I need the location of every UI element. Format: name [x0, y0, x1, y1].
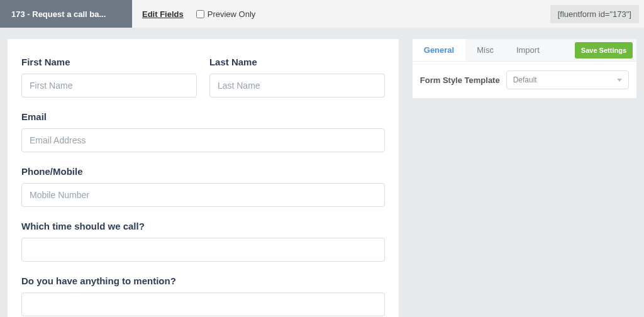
- last-name-input[interactable]: [209, 74, 385, 97]
- top-bar: 173 - Request a call ba... Edit Fields P…: [0, 0, 644, 28]
- first-name-input[interactable]: [21, 74, 197, 97]
- settings-card: General Misc Import Save Settings Form S…: [413, 39, 636, 98]
- last-name-field: Last Name: [209, 57, 385, 97]
- preview-only-toggle[interactable]: Preview Only: [196, 9, 256, 19]
- preview-only-label: Preview Only: [208, 9, 256, 19]
- tab-import[interactable]: Import: [505, 39, 551, 61]
- phone-field: Phone/Mobile: [21, 166, 385, 207]
- first-name-label: First Name: [21, 57, 197, 67]
- phone-input[interactable]: [21, 183, 385, 207]
- shortcode-display[interactable]: [fluentform id="173"]: [550, 5, 639, 23]
- style-template-label: Form Style Template: [420, 75, 500, 85]
- first-name-field: First Name: [21, 57, 197, 97]
- call-time-label: Which time should we call?: [21, 221, 385, 231]
- preview-only-checkbox[interactable]: [196, 10, 204, 18]
- settings-tabs: General Misc Import Save Settings: [413, 39, 636, 62]
- form-title-text: 173 - Request a call ba...: [11, 9, 106, 19]
- tab-general[interactable]: General: [413, 39, 465, 61]
- form-preview-card: First Name Last Name Email Phone/Mobile …: [8, 39, 399, 317]
- content-area: First Name Last Name Email Phone/Mobile …: [0, 28, 644, 317]
- name-row: First Name Last Name: [21, 57, 385, 97]
- email-field: Email: [21, 111, 385, 152]
- style-template-select[interactable]: Default: [506, 70, 629, 89]
- last-name-label: Last Name: [209, 57, 385, 67]
- email-input[interactable]: [21, 128, 385, 152]
- edit-fields-link[interactable]: Edit Fields: [142, 9, 184, 19]
- message-field: Do you have anything to mention?: [21, 275, 385, 316]
- phone-label: Phone/Mobile: [21, 166, 385, 177]
- message-input[interactable]: [21, 292, 385, 316]
- email-label: Email: [21, 111, 385, 122]
- form-title-badge: 173 - Request a call ba...: [0, 0, 132, 28]
- settings-body: Form Style Template Default: [413, 62, 636, 98]
- call-time-field: Which time should we call?: [21, 221, 385, 262]
- message-label: Do you have anything to mention?: [21, 275, 385, 286]
- tab-misc[interactable]: Misc: [465, 39, 505, 61]
- call-time-input[interactable]: [21, 238, 385, 262]
- style-template-value: Default: [513, 75, 537, 84]
- save-settings-button[interactable]: Save Settings: [575, 42, 633, 58]
- chevron-down-icon: [617, 79, 622, 82]
